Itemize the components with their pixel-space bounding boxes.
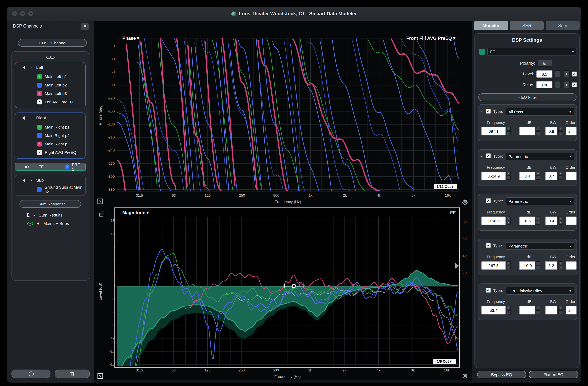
frequency-stepper[interactable]: +- [506, 217, 511, 225]
delay-enabled-checkbox[interactable]: ✓ [572, 82, 577, 87]
trace-item[interactable]: ×Right AVG PreEQ [15, 148, 85, 157]
bw-input[interactable]: 1.2 [545, 261, 557, 270]
phase-settings-gear-icon[interactable] [462, 199, 468, 206]
close-magnitude-plot-icon[interactable]: × [98, 373, 103, 379]
frequency-input[interactable]: 53.4 [481, 306, 506, 315]
gain-input[interactable] [519, 127, 535, 136]
remove-filter-button[interactable]: - [481, 153, 483, 159]
level-input[interactable]: 0.1 [537, 70, 552, 77]
trace-item[interactable]: ×Main Right p1 [15, 123, 85, 131]
level-enabled-checkbox[interactable]: ✓ [572, 71, 577, 76]
filter-enabled-checkbox[interactable]: ✓ [486, 243, 491, 248]
frequency-stepper[interactable]: +- [506, 172, 511, 180]
delay-plus-button[interactable]: + [563, 81, 570, 88]
order-select[interactable] [566, 172, 577, 180]
frequency-input[interactable]: 1156.5 [481, 217, 506, 225]
trace-item[interactable]: Main Right p2 [15, 131, 85, 140]
tab-sum[interactable]: Sum [546, 21, 580, 30]
bw-stepper[interactable]: +- [558, 217, 562, 225]
remove-filter-button[interactable]: - [481, 288, 483, 293]
add-dsp-channel-button[interactable]: + DSP Channel [18, 39, 87, 47]
collapse-dash[interactable]: - [31, 178, 32, 182]
bw-input[interactable]: 0.8 [545, 127, 557, 136]
eye-icon[interactable] [27, 221, 33, 226]
trace-item[interactable]: ×Main Left p1 [15, 72, 85, 81]
collapse-dash[interactable]: - [33, 213, 35, 217]
expand-right-icon[interactable] [455, 263, 459, 269]
zoom-window-icon[interactable]: + [28, 11, 33, 16]
frequency-stepper[interactable]: +- [506, 261, 511, 270]
info-button[interactable]: i [11, 369, 50, 378]
collapse-dash[interactable]: - [31, 65, 32, 70]
frequency-input[interactable]: 8624.9 [481, 172, 506, 180]
mains-subs-row[interactable]: + Mains + Subs [15, 219, 86, 228]
filter-type-select[interactable]: All Pass▼ [506, 108, 574, 115]
frequency-stepper[interactable]: +- [506, 306, 511, 315]
phase-plot[interactable]: 31.5631252505001k2k4k8k16kFrequency (Hz)… [94, 21, 472, 206]
gain-stepper[interactable]: +- [536, 306, 540, 315]
add-sum-response-button[interactable]: + Sum Response [20, 200, 81, 208]
remove-filter-button[interactable]: - [481, 198, 483, 204]
delay-input[interactable]: 0.00 [537, 81, 552, 88]
bw-stepper[interactable]: +- [558, 127, 562, 136]
order-select[interactable] [566, 261, 577, 270]
magnitude-settings-gear-icon[interactable] [462, 373, 468, 380]
channel-group-right[interactable]: - Right ×Main Right p1 Main Right p2 ×Ma… [15, 113, 86, 159]
gain-stepper[interactable]: +- [536, 127, 540, 136]
sum-results-row[interactable]: Σ - Sum Results [15, 211, 86, 219]
polarity-button[interactable]: ∅ [538, 60, 552, 67]
flatten-eq-button[interactable]: Flatten EQ [529, 371, 578, 378]
bw-input[interactable]: 0.4 [545, 217, 557, 225]
filter-type-select[interactable]: Parametric▼ [506, 242, 574, 250]
channel-group-left[interactable]: - Left ×Main Left p1 Main Left p2 ×Main … [15, 62, 86, 108]
linked-plots-icon[interactable] [99, 211, 105, 217]
trace-item[interactable]: ×Left AVG preEQ [15, 98, 85, 106]
gain-input[interactable] [519, 306, 535, 315]
trace-item[interactable]: ×Main Right p3 [15, 140, 85, 148]
trace-item[interactable]: ×FRF 1 [43, 163, 81, 171]
channel-select[interactable]: FF▼ [487, 48, 577, 55]
bypass-eq-button[interactable]: Bypass EQ [477, 371, 526, 378]
magnitude-plot[interactable]: 31.5631252505001k2k4k8k16kFrequency (Hz)… [94, 207, 472, 380]
bw-stepper[interactable]: +- [558, 172, 562, 180]
filter-type-select[interactable]: Parametric▼ [506, 153, 574, 160]
menu-icon[interactable]: ≡ [81, 23, 89, 30]
gain-stepper[interactable]: +- [536, 172, 540, 180]
trace-item[interactable]: ×Main Left p3 [15, 89, 85, 98]
collapse-dash[interactable]: - [31, 115, 32, 120]
level-plus-button[interactable]: + [563, 70, 570, 77]
link-icon[interactable] [46, 55, 55, 60]
gain-input[interactable]: 3.4 [519, 172, 535, 180]
order-select[interactable] [566, 217, 577, 225]
bw-input[interactable]: 0.7 [545, 172, 557, 180]
filter-type-select[interactable]: HPF Linkwitz-Riley▼ [506, 287, 574, 295]
add-eq-filter-button[interactable]: + EQ Filter [478, 93, 577, 101]
bw-stepper[interactable]: +- [558, 306, 562, 315]
close-phase-plot-icon[interactable]: × [98, 199, 103, 204]
trace-item[interactable]: Ground Subs at Main p2 [15, 185, 85, 194]
delete-button[interactable] [55, 369, 90, 378]
frequency-input[interactable]: 697.1 [481, 127, 506, 136]
bw-stepper[interactable]: +- [558, 261, 562, 270]
delay-minus-button[interactable]: - [555, 81, 561, 88]
frequency-stepper[interactable]: +- [506, 127, 511, 136]
trace-item[interactable]: Main Left p2 [15, 81, 85, 89]
expand-plus[interactable]: + [37, 221, 40, 226]
channel-group-ff[interactable]: - FF ×FRF 1 ×FRF 2 ×FRF 3 ×FRF 4 Front F… [15, 163, 86, 171]
gain-stepper[interactable]: +- [536, 217, 540, 225]
bw-input[interactable] [545, 306, 557, 315]
tab-ser[interactable]: SER [510, 21, 544, 30]
channel-group-sub[interactable]: - Sub Ground Subs at Main p2 [15, 175, 86, 196]
filter-enabled-checkbox[interactable]: ✓ [486, 109, 491, 114]
gain-stepper[interactable]: +- [536, 261, 540, 270]
filter-enabled-checkbox[interactable]: ✓ [486, 198, 491, 203]
tab-modeler[interactable]: Modeler [474, 21, 508, 30]
filter-enabled-checkbox[interactable]: ✓ [486, 288, 491, 293]
remove-filter-button[interactable]: - [481, 109, 483, 114]
remove-filter-button[interactable]: - [481, 243, 483, 248]
filter-type-select[interactable]: Parametric▼ [506, 197, 574, 205]
gain-input[interactable]: -10.0 [519, 261, 535, 270]
collapse-dash[interactable]: - [33, 164, 35, 169]
frequency-input[interactable]: 267.5 [481, 261, 506, 270]
close-window-icon[interactable]: × [12, 11, 17, 16]
